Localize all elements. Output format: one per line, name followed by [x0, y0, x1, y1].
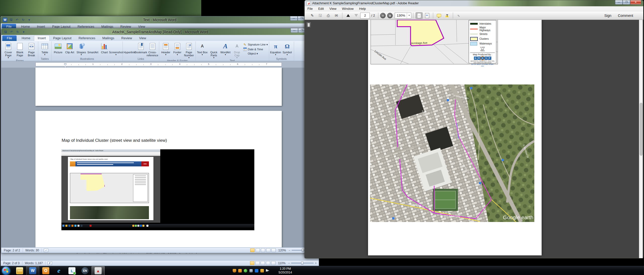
header-button[interactable]: Header▾ [160, 42, 171, 56]
web-layout-view-button[interactable] [261, 261, 265, 265]
draft-view-button[interactable] [271, 261, 275, 265]
page-number-input[interactable]: 2 [360, 13, 370, 19]
quick-parts-button[interactable]: Quick Parts▾ [208, 42, 219, 59]
page-thumbnails-button[interactable] [306, 22, 311, 28]
lock-icon[interactable] [260, 269, 264, 272]
document-heading[interactable]: Map of Individual Cluster (street view a… [62, 138, 167, 143]
web-layout-view-button[interactable] [261, 248, 265, 252]
zoom-slider[interactable]: −+ [288, 261, 317, 265]
tab-mailings[interactable]: Mailings [99, 35, 118, 41]
hyperlink-button[interactable]: Hyperlink [124, 42, 135, 54]
zoom-in-button[interactable]: + [387, 13, 393, 18]
tab-references[interactable]: References [75, 35, 99, 41]
close-button[interactable]: ✕ [630, 0, 641, 5]
tab-file[interactable]: File [2, 35, 17, 41]
table-button[interactable]: Table▾ [39, 42, 50, 56]
sign-form-icon[interactable]: ✎ [309, 12, 316, 19]
document-area[interactable]: Map of Individual Cluster (street view a… [1, 68, 319, 247]
taskbar-clock[interactable]: 1:20 PM 5/20/2014 [273, 267, 297, 274]
equation-button[interactable]: πEquation▾ [270, 42, 281, 56]
pointer-icon[interactable] [266, 269, 269, 272]
comment-balloon-icon[interactable] [435, 12, 442, 19]
object-button[interactable]: Object ▾ [243, 52, 268, 56]
outline-view-button[interactable] [266, 248, 270, 252]
menu-edit[interactable]: Edit [315, 7, 327, 11]
sign-button[interactable]: Sign [604, 14, 611, 18]
symbol-button[interactable]: ΩSymbol▾ [282, 42, 293, 56]
comment-button[interactable]: Comment [618, 14, 633, 18]
horizontal-ruler[interactable]: 1234567 [35, 62, 282, 66]
cover-page-button[interactable]: Cover Page▾ [3, 42, 14, 59]
email-icon[interactable]: ✉ [333, 12, 340, 19]
draft-view-button[interactable] [271, 248, 276, 252]
taskbar-app-outlook[interactable]: O [39, 266, 52, 275]
update-icon[interactable] [238, 269, 242, 272]
tab-view[interactable]: View [136, 35, 150, 41]
highlight-text-icon[interactable]: T [444, 12, 451, 19]
page-indicator[interactable]: Page: 2 of 3 [1, 261, 22, 265]
text-box-button[interactable]: AText Box▾ [197, 42, 208, 56]
shapes-button[interactable]: Shapes▾ [76, 42, 87, 56]
fullscreen-view-button[interactable] [256, 248, 260, 252]
next-page-button[interactable] [353, 12, 360, 19]
minimize-button[interactable]: — [290, 16, 298, 21]
bookmark-button[interactable]: Bookmark [135, 42, 146, 54]
fullscreen-view-button[interactable] [255, 261, 260, 265]
word-count[interactable]: Words: 1,187 [22, 261, 46, 265]
taskbar-app-lync[interactable]: L [65, 266, 78, 275]
word-count[interactable]: Words: 30 [23, 248, 42, 252]
print-icon[interactable]: ⎙ [325, 12, 332, 19]
pdf-scroll-thumb[interactable] [640, 103, 642, 156]
indent-marker[interactable] [64, 63, 66, 68]
taskbar-app-word[interactable]: W [26, 266, 39, 275]
menu-help[interactable]: Help [356, 7, 369, 11]
taskbar-app-internet-explorer[interactable]: e [52, 266, 65, 275]
minimize-button[interactable]: — [291, 28, 298, 33]
date-time-button[interactable]: 5Date & Time [243, 47, 268, 51]
bluetooth-icon[interactable] [255, 269, 258, 272]
spellcheck-error-icon[interactable]: ✗ [48, 261, 52, 265]
previous-page-button[interactable] [345, 12, 352, 19]
fit-page-button[interactable] [424, 12, 431, 19]
tab-insert[interactable]: Insert [34, 35, 50, 41]
page-break-button[interactable]: Page Break [26, 42, 37, 57]
start-button[interactable] [2, 267, 10, 275]
picture-button[interactable]: Picture [53, 42, 64, 54]
zoom-select[interactable]: 130% ▼ [395, 13, 411, 19]
fit-width-button[interactable] [416, 12, 423, 19]
drop-cap-button[interactable]: ADrop Cap▾ [231, 42, 243, 59]
chevron-down-icon[interactable]: ▼ [407, 13, 411, 18]
wordart-button[interactable]: AWordArt▾ [220, 42, 231, 56]
menu-window[interactable]: Window [339, 7, 356, 11]
cross-reference-button[interactable]: Cross-reference [147, 42, 158, 57]
embedded-screenshot-image[interactable]: Text - Microsoft Word AttachK_SampleFram… [61, 149, 254, 230]
save-icon[interactable]: 🖫 [317, 12, 324, 19]
restore-button[interactable]: ❐ [623, 0, 630, 5]
word-back-titlebar[interactable]: W 🖫 ↶ ↻ ▾ Text - Microsoft Word — ❐ ✕ [1, 16, 319, 23]
page-indicator[interactable]: Page: 2 of 2 [1, 248, 23, 252]
zoom-out-button[interactable]: − [380, 13, 386, 18]
smartart-button[interactable]: SmartArt [87, 42, 98, 54]
tab-home[interactable]: Home [18, 35, 34, 41]
display-icon[interactable] [249, 269, 253, 272]
sync-icon[interactable] [244, 269, 247, 272]
pdf-scrollbar[interactable] [639, 20, 643, 258]
pdf-content-area[interactable]: Armitage Ave Lincoln Ave InterstatesMajo… [305, 20, 643, 258]
document-page-1[interactable] [35, 68, 282, 106]
clip-art-button[interactable]: Clip Art [64, 42, 75, 54]
zoom-level[interactable]: 110% [276, 261, 287, 265]
footer-button[interactable]: Footer▾ [172, 42, 183, 56]
signature-line-button[interactable]: ✎Signature Line ▾ [243, 43, 268, 47]
minimize-button[interactable]: — [615, 0, 623, 5]
restore-button[interactable]: ❐ [298, 16, 305, 21]
screenshot-button[interactable]: Screenshot▾ [110, 42, 122, 56]
zoom-level[interactable]: 120% [277, 249, 288, 252]
outline-view-button[interactable] [266, 261, 270, 265]
taskbar-app-adobe-reader[interactable]: ▲ [92, 266, 105, 275]
blank-page-button[interactable]: Blank Page [14, 42, 25, 57]
chart-button[interactable]: Chart [99, 42, 110, 54]
print-layout-view-button[interactable] [250, 261, 254, 265]
menu-file[interactable]: File [305, 7, 315, 11]
document-page-2[interactable]: Map of Individual Cluster (street view a… [35, 111, 282, 247]
security-shield-icon[interactable] [233, 269, 236, 272]
